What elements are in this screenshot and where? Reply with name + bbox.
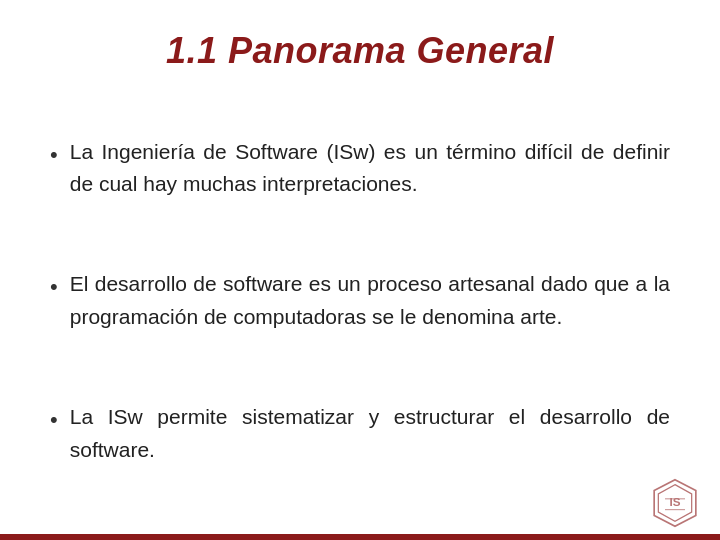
bullet-dot-1: • <box>50 138 58 171</box>
svg-text:IS: IS <box>669 495 680 508</box>
crest-icon: IS <box>650 478 700 528</box>
bullet-item-3: • La ISw permite sistematizar y estructu… <box>50 401 670 466</box>
bullet-dot-3: • <box>50 403 58 436</box>
bullet-dot-2: • <box>50 270 58 303</box>
bullet-item-2: • El desarrollo de software es un proces… <box>50 268 670 333</box>
bullet-text-2: El desarrollo de software es un proceso … <box>70 268 670 333</box>
slide: 1.1 Panorama General • La Ingeniería de … <box>0 0 720 540</box>
bullet-text-1: La Ingeniería de Software (ISw) es un té… <box>70 136 670 201</box>
bullet-text-3: La ISw permite sistematizar y estructura… <box>70 401 670 466</box>
bullet-item-1: • La Ingeniería de Software (ISw) es un … <box>50 136 670 201</box>
slide-title: 1.1 Panorama General <box>50 30 670 72</box>
bullet-list: • La Ingeniería de Software (ISw) es un … <box>50 102 670 500</box>
bottom-bar <box>0 534 720 540</box>
